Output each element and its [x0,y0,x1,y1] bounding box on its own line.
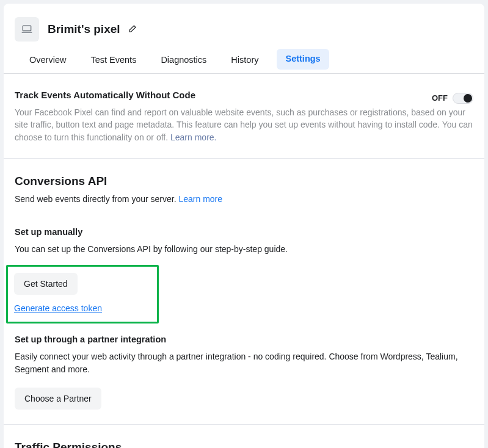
pencil-icon [127,24,137,34]
pixel-icon [15,17,39,42]
conversions-api-heading: Conversions API [15,175,473,188]
tabs-bar: Overview Test Events Diagnostics History… [4,46,484,74]
track-events-description-text: Your Facebook Pixel can find and report … [15,107,473,142]
setup-manually-heading: Set up manually [15,227,473,237]
conversions-api-description-text: Send web events directly from your serve… [15,194,178,204]
toggle-knob [464,94,472,103]
laptop-icon [21,23,33,35]
tab-diagnostics[interactable]: Diagnostics [155,49,213,73]
edit-pixel-name-button[interactable] [125,23,139,36]
track-events-toggle[interactable] [453,93,473,104]
conversions-api-description: Send web events directly from your serve… [15,193,473,205]
track-events-toggle-wrap: OFF [432,93,473,104]
svg-rect-0 [23,26,31,31]
setup-partner-heading: Set up through a partner integration [15,334,473,344]
setup-manually-description: You can set up the Conversions API by fo… [15,243,473,255]
track-events-heading: Track Events Automatically Without Code [15,90,195,100]
traffic-permissions-section: Traffic Permissions Use a block list or … [4,425,484,448]
toggle-off-label: OFF [432,93,448,103]
generate-access-token-link[interactable]: Generate access token [14,303,102,313]
conversions-api-section: Conversions API Send web events directly… [4,159,484,425]
tab-test-events[interactable]: Test Events [84,49,142,73]
tab-settings[interactable]: Settings [277,49,329,70]
page-header: Brimit's pixel [4,4,484,46]
setup-manually-block: Set up manually You can set up the Conve… [15,227,473,323]
pixel-title: Brimit's pixel [48,23,120,36]
traffic-permissions-heading: Traffic Permissions [15,441,473,448]
setup-partner-block: Set up through a partner integration Eas… [15,334,473,410]
choose-partner-button[interactable]: Choose a Partner [15,388,101,410]
track-events-section: Track Events Automatically Without Code … [4,74,484,159]
tab-overview[interactable]: Overview [23,49,72,73]
conversions-api-learn-more[interactable]: Learn more [178,194,222,204]
track-events-description: Your Facebook Pixel can find and report … [15,106,473,143]
get-started-button[interactable]: Get Started [14,273,78,295]
track-events-row: Track Events Automatically Without Code … [15,90,473,106]
tab-history[interactable]: History [225,49,264,73]
settings-page: Brimit's pixel Overview Test Events Diag… [4,4,484,448]
setup-partner-description: Easily connect your web activity through… [15,350,473,375]
track-events-learn-more[interactable]: Learn more. [170,132,216,142]
get-started-highlight: Get Started Generate access token [6,265,159,323]
